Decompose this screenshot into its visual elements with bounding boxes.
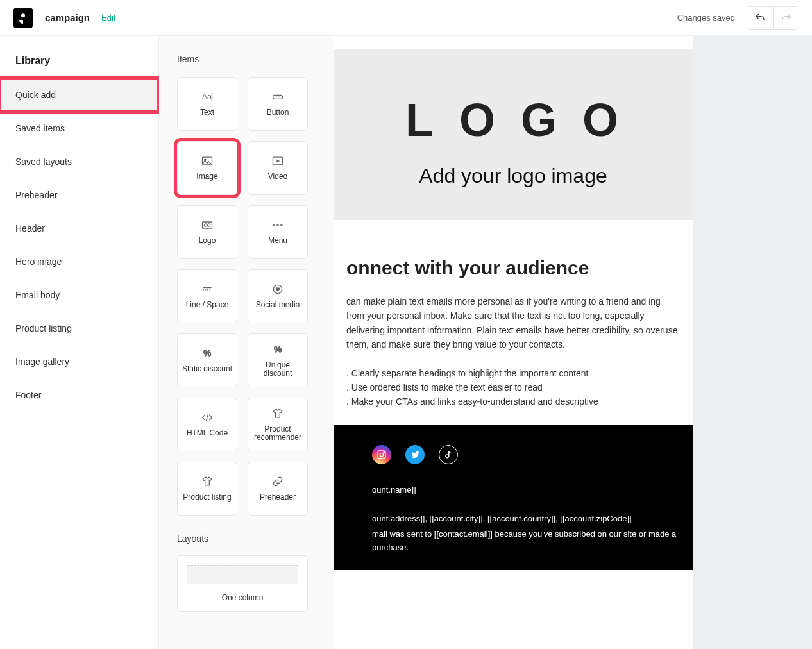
item-label: Text	[198, 108, 217, 117]
item-button[interactable]: Button	[248, 77, 308, 131]
document-title: campaign	[45, 12, 90, 23]
svg-text:%: %	[203, 349, 211, 358]
social-icons-row	[372, 445, 680, 464]
redo-icon	[781, 12, 792, 24]
svg-text:Aa: Aa	[202, 93, 212, 102]
item-label: Line / Space	[183, 301, 232, 309]
email-list-item: . Clearly separate headings to highlight…	[346, 366, 680, 380]
app-logo[interactable]	[13, 8, 33, 28]
item-video[interactable]: Video	[248, 141, 308, 195]
shirt-icon	[199, 475, 215, 488]
item-label: Preheader	[257, 493, 298, 501]
item-static-discount[interactable]: %Static discount	[177, 333, 237, 387]
item-label: Social media	[253, 301, 303, 309]
sidebar-item-email-body[interactable]: Email body	[0, 278, 158, 312]
email-canvas[interactable]: LOGO Add your logo image onnect with you…	[334, 36, 812, 649]
layout-preview	[187, 565, 298, 584]
item-label: Static discount	[180, 365, 235, 373]
code-icon	[199, 411, 215, 424]
layouts-section-title: Layouts	[177, 534, 334, 544]
sidebar-item-saved-layouts[interactable]: Saved layouts	[0, 145, 158, 178]
svg-rect-13	[280, 225, 282, 226]
footer-email-line: mail was sent to [[contact.email]] becau…	[372, 528, 680, 555]
item-text[interactable]: AaText	[177, 77, 237, 131]
sidebar-item-hero-image[interactable]: Hero image	[0, 245, 158, 278]
sidebar-item-footer[interactable]: Footer	[0, 378, 158, 412]
heart-icon	[270, 283, 285, 296]
email-list-item: . Make your CTAs and links easy-to-under…	[346, 394, 680, 409]
shirt-icon	[270, 407, 285, 420]
text-icon: Aa	[199, 90, 215, 103]
item-social-media[interactable]: Social media	[248, 269, 308, 323]
edit-title-link[interactable]: Edit	[101, 13, 115, 22]
line-icon	[199, 283, 215, 296]
email-heading: onnect with your audience	[346, 257, 680, 279]
item-product-recommender[interactable]: Product recommender	[248, 398, 308, 451]
item-product-listing[interactable]: Product listing	[177, 462, 237, 516]
item-label: Product recommender	[248, 425, 307, 442]
save-status: Changes saved	[677, 13, 735, 22]
logo-placeholder-text: LOGO	[382, 94, 644, 146]
percent-icon: %	[270, 343, 285, 356]
logo-placeholder-block[interactable]: LOGO Add your logo image	[334, 49, 693, 220]
undo-redo-group	[747, 6, 799, 30]
undo-button[interactable]	[747, 7, 773, 29]
svg-point-0	[21, 13, 25, 17]
sidebar-item-preheader[interactable]: Preheader	[0, 178, 158, 212]
item-label: Unique discount	[248, 361, 307, 378]
item-label: Logo	[196, 237, 219, 245]
footer-address-line: ount.address]], [[account.city]], [[acco…	[372, 512, 680, 526]
tiktok-icon[interactable]	[439, 445, 458, 464]
item-label: Image	[194, 173, 220, 181]
item-html-code[interactable]: HTML Code	[177, 398, 237, 451]
item-label: Video	[266, 173, 290, 181]
library-sidebar: Library Quick addSaved itemsSaved layout…	[0, 36, 159, 649]
svg-text:%: %	[274, 344, 282, 354]
footer-account-name: ount.name]]	[372, 484, 680, 497]
image-icon	[199, 155, 215, 167]
layout-label: One column	[222, 593, 264, 602]
svg-point-10	[207, 224, 210, 226]
sidebar-item-header[interactable]: Header	[0, 212, 158, 245]
sidebar-item-saved-items[interactable]: Saved items	[0, 112, 158, 145]
video-icon	[270, 155, 285, 167]
twitter-icon[interactable]	[405, 445, 425, 464]
library-title: Library	[0, 55, 158, 78]
sidebar-item-product-listing[interactable]: Product listing	[0, 312, 158, 345]
top-bar: campaign Edit Changes saved	[0, 0, 812, 36]
item-menu[interactable]: Menu	[248, 205, 308, 259]
quick-add-panel: Items AaTextButtonImageVideoLogoMenuLine…	[159, 36, 334, 649]
email-preview: LOGO Add your logo image onnect with you…	[334, 36, 693, 649]
email-body-block[interactable]: onnect with your audience can make plain…	[334, 220, 693, 425]
item-label: Product listing	[180, 493, 233, 501]
link-icon	[270, 475, 285, 488]
email-list-item: . Use ordered lists to make the text eas…	[346, 380, 680, 394]
item-logo[interactable]: Logo	[177, 205, 237, 259]
logo-icon	[199, 219, 215, 232]
item-image[interactable]: Image	[177, 141, 237, 195]
email-paragraph: can make plain text emails more personal…	[346, 294, 680, 352]
instagram-icon[interactable]	[372, 445, 391, 464]
item-label: Menu	[266, 237, 290, 245]
svg-rect-12	[276, 225, 278, 226]
item-label: Button	[264, 108, 292, 117]
svg-point-9	[204, 224, 207, 226]
svg-point-20	[380, 453, 383, 456]
top-left-group: campaign Edit	[13, 8, 115, 28]
svg-point-21	[384, 451, 384, 452]
sidebar-item-image-gallery[interactable]: Image gallery	[0, 345, 158, 378]
percent-icon: %	[199, 347, 215, 360]
top-right-group: Changes saved	[677, 6, 799, 30]
layout-one-column[interactable]: One column	[177, 555, 308, 612]
item-preheader[interactable]: Preheader	[248, 462, 308, 516]
svg-rect-11	[273, 225, 275, 226]
undo-icon	[754, 12, 766, 24]
logo-placeholder-subtext: Add your logo image	[346, 164, 680, 188]
email-footer-block[interactable]: ount.name]] ount.address]], [[account.ci…	[334, 425, 693, 570]
menu-icon	[270, 219, 285, 232]
item-unique-discount[interactable]: %Unique discount	[248, 333, 308, 387]
sidebar-item-quick-add[interactable]: Quick add	[0, 78, 158, 112]
item-line-space[interactable]: Line / Space	[177, 269, 237, 323]
redo-button[interactable]	[773, 7, 799, 29]
items-section-title: Items	[177, 54, 334, 64]
